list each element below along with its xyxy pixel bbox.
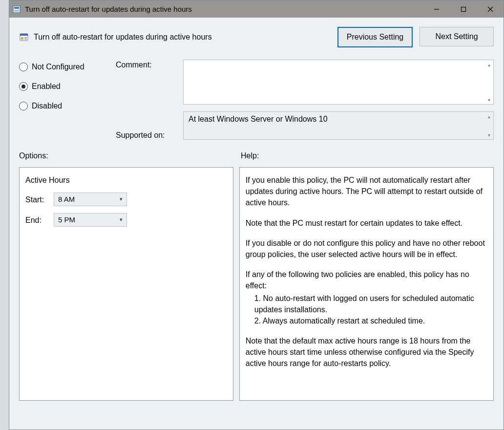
section-labels: Options: Help: [19,151,494,160]
policy-icon [19,32,29,42]
background-sliver [0,0,9,430]
option-row-start: Start: 8 AM ▾ [25,193,227,206]
comment-label: Comment: [116,61,179,69]
svg-rect-9 [21,37,23,40]
previous-setting-label: Previous Setting [347,33,404,42]
start-dropdown[interactable]: 8 AM ▾ [54,193,127,206]
next-setting-button[interactable]: Next Setting [420,27,494,46]
scroll-down-icon[interactable]: ▾ [485,131,492,138]
nav-buttons: Previous Setting Next Setting [337,27,494,47]
radio-disabled-label: Disabled [32,102,62,110]
policy-header: Turn off auto-restart for updates during… [19,26,494,48]
option-row-end: End: 5 PM ▾ [25,213,227,227]
radio-disabled[interactable]: Disabled [19,102,112,110]
start-dropdown-value: 8 AM [58,194,75,205]
scroll-down-icon[interactable]: ▾ [485,96,492,103]
window-title: Turn off auto-restart for updates during… [25,5,192,13]
options-label: Options: [19,151,241,160]
state-radio-group: Not Configured Enabled Disabled [19,60,112,140]
supported-on-label: Supported on: [116,131,179,140]
start-label: Start: [25,194,47,205]
svg-rect-4 [461,7,465,11]
help-text: If you enable this policy, the PC will n… [246,174,487,209]
help-label: Help: [241,151,494,160]
supported-on-value: At least Windows Server or Windows 10 [189,115,328,123]
help-panel: If you enable this policy, the PC will n… [239,167,494,401]
comment-textarea[interactable]: ▴ ▾ [183,60,494,105]
help-text: Note that the PC must restart for certai… [246,217,487,229]
supported-on-field: At least Windows Server or Windows 10 ▴ … [183,111,494,140]
radio-enabled[interactable]: Enabled [19,82,112,91]
scroll-up-icon[interactable]: ▴ [485,61,492,68]
radio-not-configured-label: Not Configured [32,63,84,71]
scroll-up-icon[interactable]: ▴ [485,113,492,120]
maximize-button[interactable] [450,0,477,18]
help-text: 2. Always automatically restart at sched… [246,315,487,326]
end-dropdown[interactable]: 5 PM ▾ [54,213,127,227]
minimize-button[interactable] [423,0,450,18]
policy-editor-window: Turn off auto-restart for updates during… [9,0,504,430]
app-icon [12,5,21,14]
close-button[interactable] [477,0,504,18]
help-text: If any of the following two policies are… [246,269,487,291]
radio-enabled-label: Enabled [32,82,61,91]
help-text: 1. No auto-restart with logged on users … [246,293,487,315]
radio-disabled-icon [19,102,28,110]
help-text: Note that the default max active hours r… [246,335,487,369]
chevron-down-icon: ▾ [120,195,123,203]
svg-rect-10 [24,37,27,38]
svg-rect-8 [20,34,28,36]
titlebar: Turn off auto-restart for updates during… [9,0,504,18]
end-dropdown-value: 5 PM [58,215,75,225]
fields-column: ▴ ▾ At least Windows Server or Windows 1… [183,60,494,140]
options-heading: Active Hours [25,174,227,186]
svg-rect-11 [24,39,27,40]
previous-setting-button[interactable]: Previous Setting [337,27,413,47]
radio-enabled-icon [19,82,28,91]
svg-rect-2 [14,10,19,12]
panels-row: Active Hours Start: 8 AM ▾ End: 5 PM ▾ [19,167,494,401]
radio-not-configured-icon [19,63,28,71]
policy-title: Turn off auto-restart for updates during… [34,33,337,42]
client-area: Turn off auto-restart for updates during… [9,18,504,430]
end-label: End: [25,215,47,226]
chevron-down-icon: ▾ [120,216,123,224]
options-panel: Active Hours Start: 8 AM ▾ End: 5 PM ▾ [19,167,233,401]
label-column: Comment: Supported on: [116,60,179,140]
help-text: If you disable or do not configure this … [246,237,487,260]
state-section: Not Configured Enabled Disabled Comment:… [19,60,494,140]
next-setting-label: Next Setting [435,32,478,41]
window-controls [423,0,504,18]
svg-rect-1 [14,7,19,9]
radio-not-configured[interactable]: Not Configured [19,63,112,71]
